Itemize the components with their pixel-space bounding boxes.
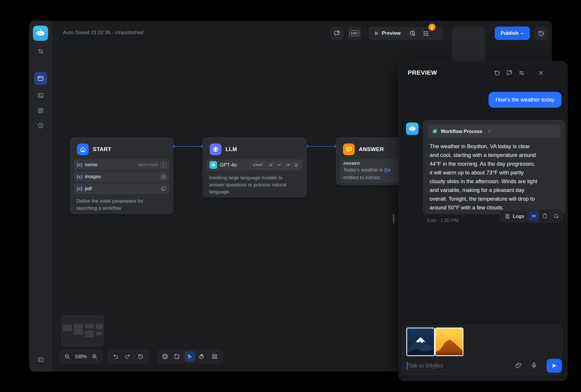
chevron-right-icon — [487, 129, 491, 134]
user-message-bubble: How's the weather today — [489, 92, 561, 108]
attach-file-button[interactable] — [515, 362, 522, 369]
video-capability-icon — [284, 161, 291, 169]
play-icon — [374, 31, 379, 36]
send-button[interactable] — [547, 359, 562, 373]
attachment-thumbnail-sunset[interactable] — [435, 328, 463, 356]
undo-button[interactable] — [111, 351, 121, 362]
voice-input-button[interactable] — [530, 362, 538, 369]
hand-tool-button[interactable] — [196, 351, 207, 362]
sidebar-item-orchestrate[interactable] — [34, 72, 47, 85]
node-llm-header: LLM — [203, 138, 307, 158]
restart-conversation-button[interactable] — [493, 69, 501, 77]
collapse-sidebar-button[interactable] — [34, 353, 47, 366]
regenerate-button[interactable] — [551, 211, 561, 221]
node-llm[interactable]: LLM GPT-4o CHAT — [202, 137, 307, 197]
env-button[interactable]: ENV — [348, 27, 361, 40]
text-type-icon: T — [161, 162, 167, 168]
pointer-tool-button[interactable] — [185, 351, 195, 362]
required-badge: REQUIRED — [139, 163, 158, 167]
home-icon — [77, 144, 89, 155]
node-start-header: START — [70, 138, 173, 158]
zoom-out-button[interactable] — [62, 351, 72, 362]
preview-run-button[interactable]: Preview — [368, 27, 406, 40]
chat-input[interactable] — [408, 360, 504, 371]
brain-icon — [210, 144, 221, 155]
message-actions — [527, 209, 563, 223]
bot-avatar — [406, 123, 419, 135]
bot-message-card: Workflow Process The weather in Boydton,… — [423, 120, 566, 214]
zoom-level[interactable]: 100% — [74, 354, 88, 359]
canvas-tools — [157, 350, 223, 363]
edge-llm-answer — [307, 146, 336, 147]
panel-resize-handle[interactable] — [393, 214, 394, 223]
organize-nodes-button[interactable] — [209, 351, 220, 362]
checklist-badge: 2 — [428, 24, 435, 31]
bot-message-text: The weather in Boydton, VA today is clea… — [430, 142, 561, 212]
checklist-icon — [423, 30, 429, 37]
chat-input-area — [402, 325, 562, 375]
preview-annotation-button[interactable] — [505, 69, 513, 77]
annotation-icon — [333, 30, 340, 37]
group-divider — [183, 353, 183, 360]
vision-capability-icon — [267, 161, 274, 169]
robot-icon — [36, 29, 45, 38]
close-preview-button[interactable] — [537, 69, 545, 77]
preview-settings-button[interactable] — [518, 69, 525, 77]
robot-icon — [408, 125, 416, 133]
node-title: ANSWER — [359, 146, 384, 153]
answer-bubble-icon — [343, 144, 355, 155]
collapse-panel-icon — [37, 356, 44, 363]
speaker-button[interactable] — [528, 211, 539, 221]
start-field-images: {x} images — [74, 171, 169, 182]
edge-start-llm — [174, 146, 202, 147]
add-node-button[interactable] — [160, 351, 170, 362]
checklist-button[interactable]: 2 — [419, 27, 433, 40]
workflow-process-toggle[interactable]: Workflow Process — [428, 125, 561, 138]
paragraph-type-icon — [161, 174, 167, 180]
start-field-pdf: {x} pdf — [74, 183, 169, 194]
audio-capability-icon — [276, 161, 283, 169]
add-note-button[interactable] — [172, 351, 182, 362]
compass-icon — [37, 122, 44, 129]
node-start[interactable]: START {x} name REQUIRED T {x} images — [70, 137, 174, 214]
sidebar-divider — [33, 61, 48, 61]
chevron-down-icon — [520, 31, 524, 36]
group-divider — [134, 353, 134, 360]
annotation-button[interactable] — [330, 27, 344, 40]
variable-token: {{w — [384, 167, 391, 172]
node-title: LLM — [225, 146, 237, 153]
node-description: Invoking large language models to answer… — [203, 171, 307, 200]
success-check-icon — [432, 128, 438, 134]
run-controls: Preview 2 — [368, 27, 443, 40]
sidebar-item-terminal[interactable] — [34, 89, 47, 102]
env-icon: ENV — [349, 30, 359, 36]
redo-button[interactable] — [122, 351, 133, 362]
workflow-settings-icon[interactable] — [34, 45, 47, 57]
copy-button[interactable] — [540, 211, 550, 221]
canvas-minimap[interactable] — [61, 316, 104, 346]
attachment-thumbnail-fuji[interactable] — [406, 328, 435, 356]
preview-panel: PREVIEW How's the weather today Workf — [399, 61, 568, 381]
version-history-button[interactable] — [534, 27, 548, 40]
files-type-icon — [161, 186, 167, 192]
history-icon — [538, 30, 545, 37]
send-icon — [551, 363, 557, 369]
clock-play-icon — [409, 30, 416, 37]
publish-button[interactable]: Publish — [495, 27, 530, 40]
change-history-button[interactable] — [135, 351, 146, 362]
openai-icon — [209, 161, 217, 169]
run-history-button[interactable] — [406, 27, 419, 40]
zoom-in-button[interactable] — [89, 351, 100, 362]
zoom-controls: 100% — [59, 350, 102, 363]
sidebar — [29, 21, 52, 372]
terminal-icon — [37, 92, 44, 99]
sidebar-item-logs[interactable] — [34, 104, 47, 117]
logs-button[interactable]: Logs — [501, 210, 528, 222]
preview-title: PREVIEW — [408, 69, 437, 76]
chat-mode-badge: CHAT — [250, 161, 266, 169]
group-divider — [208, 353, 208, 360]
sidebar-item-monitoring[interactable] — [34, 119, 47, 132]
message-meta: 5.6s · 1:20 PM — [427, 218, 458, 223]
llm-model-row: GPT-4o CHAT — [206, 159, 303, 171]
app-logo[interactable] — [33, 26, 48, 41]
